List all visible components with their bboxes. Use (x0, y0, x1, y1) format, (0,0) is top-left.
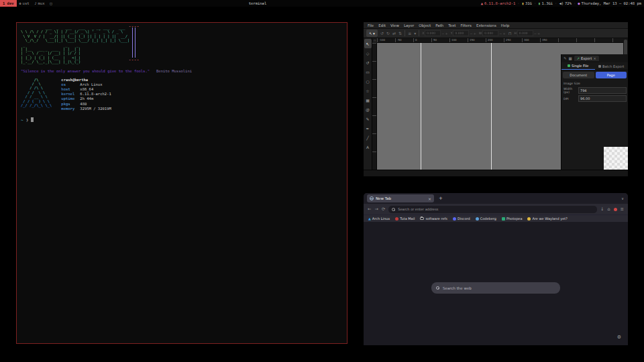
stepper-plus[interactable]: + (445, 32, 447, 36)
back-icon[interactable]: ← (368, 206, 371, 212)
reload-icon[interactable]: ⟳ (382, 206, 385, 212)
quote-author: Benito Mussolini (156, 69, 192, 73)
pen-tool-icon: ✒ (366, 126, 369, 131)
tab-new-tab[interactable]: New Tab × (367, 194, 434, 202)
bookmark-item-0[interactable]: ▲Arch Linux (368, 217, 390, 221)
stepper-minus[interactable]: − (534, 32, 537, 36)
workspace-item-2[interactable]: ♪mux (32, 0, 48, 7)
flip-vertical-icon[interactable]: ⇅ (398, 31, 402, 36)
grid-dock-icon[interactable]: ▦ (569, 56, 572, 60)
lock-ratio-icon[interactable]: ⊓ (508, 31, 512, 36)
fetch-value: 2h 44m (80, 97, 93, 101)
vertical-guide[interactable] (491, 43, 492, 170)
workspace-item-3[interactable]: □ (47, 0, 54, 7)
rectangle-tool[interactable]: ▭ (364, 67, 372, 76)
field-h[interactable]: H0.000−+ (514, 30, 540, 36)
list-all-tabs-icon[interactable]: ∨ (621, 196, 624, 200)
ruler-lock-icon[interactable]: ⊓ (372, 38, 377, 43)
inkscape-toolbar: ↖▾ ↺ ↻ ⇄ ⇅ ≡ ▾ X0.000−+Y0.000−+W0.000−+⊓… (364, 28, 628, 38)
calligraphy-tool[interactable]: ╱ (364, 133, 372, 142)
ruler-label: -50 (397, 38, 402, 42)
export-dock-tab[interactable]: ↗ Export × (574, 56, 599, 61)
extension-icon[interactable] (614, 208, 617, 211)
separator: · (555, 1, 557, 5)
node-tool[interactable]: ◇ (364, 48, 372, 58)
page-button[interactable]: Page (596, 72, 627, 78)
url-bar[interactable]: Search or enter address (388, 206, 597, 213)
separator: · (517, 1, 519, 5)
workspace-label: mux (38, 1, 45, 5)
close-icon[interactable]: × (593, 56, 596, 60)
menu-file[interactable]: File (368, 23, 374, 27)
stepper-plus[interactable]: + (502, 32, 505, 36)
menu-text[interactable]: Text (448, 23, 455, 27)
tab-single-file[interactable]: Single File (561, 62, 595, 70)
downloads-icon[interactable]: ↓ (600, 206, 604, 212)
text-tool[interactable]: A (364, 142, 372, 152)
star-tool[interactable]: ☆ (364, 86, 372, 95)
workspace-item-0[interactable]: 1 dev (0, 0, 17, 7)
stepper-minus[interactable]: − (470, 32, 472, 36)
bookmark-item-5[interactable]: Photopea (502, 217, 523, 221)
selector-mode-button[interactable]: ↖▾ (366, 29, 378, 37)
pen-tool[interactable]: ✒ (364, 123, 372, 133)
shell-prompt[interactable]: ~ ❯ (21, 117, 343, 122)
status-bar: 1 dev⚙ust♪mux□ terminal ▲6.11.8-arch2-1 … (0, 0, 644, 7)
tab-batch-export[interactable]: Batch Export (595, 62, 629, 70)
menu-edit[interactable]: Edit (378, 23, 386, 27)
menu-layer[interactable]: Layer (404, 23, 414, 27)
single-file-icon (568, 64, 570, 67)
raise-lower-icon[interactable]: ≡ (408, 31, 411, 36)
workspace-item-1[interactable]: ⚙ust (17, 0, 32, 7)
field-y[interactable]: Y0.000−+ (451, 30, 476, 36)
menu-filters[interactable]: Filters (460, 23, 472, 27)
selector-tool[interactable]: ↖ (364, 39, 372, 48)
bookmark-label: Arch Linux (372, 217, 390, 221)
menu-object[interactable]: Object (419, 23, 431, 27)
pencil-tool[interactable]: ✎ (364, 114, 372, 123)
field-w[interactable]: W0.000−+ (479, 30, 506, 36)
bookmark-item-2[interactable]: software refs (420, 217, 447, 221)
edit-dock-icon[interactable]: ✎ (564, 56, 567, 60)
vertical-guide[interactable] (421, 43, 421, 170)
flip-horizontal-icon[interactable]: ⇄ (392, 31, 396, 36)
menu-view[interactable]: View (390, 23, 399, 27)
fetch-value: 3295M / 32019M (80, 107, 111, 111)
account-icon[interactable]: ⌂ (607, 206, 610, 212)
firefox-window[interactable]: New Tab × + ∨ ← → ⟳ Search or enter addr… (364, 193, 628, 345)
new-tab-button[interactable]: + (439, 196, 443, 201)
menu-extensions[interactable]: Extensions (476, 23, 496, 27)
caret-down-icon[interactable]: ▾ (414, 31, 416, 36)
close-tab-icon[interactable]: × (428, 196, 431, 201)
width-input[interactable]: 794 (578, 87, 627, 94)
bookmark-item-6[interactable]: Are we Wayland yet? (527, 217, 567, 221)
bookmark-item-1[interactable]: Tuta Mail (395, 217, 415, 221)
gear-icon[interactable]: ⚙ (617, 335, 621, 340)
stepper-plus[interactable]: + (474, 32, 476, 36)
box-tool[interactable]: ▦ (364, 95, 372, 105)
field-x[interactable]: X0.000−+ (422, 30, 448, 36)
terminal-window[interactable]: ___ _ ___ ___ _ __ ___ ___ \ \ /\ / / / … (16, 22, 347, 344)
menu-icon[interactable]: ≡ (621, 206, 624, 212)
inkscape-window[interactable]: FileEditViewLayerObjectPathTextFiltersEx… (364, 22, 628, 176)
rotate-cw-icon[interactable]: ↻ (386, 31, 390, 36)
bookmark-item-3[interactable]: Discord (453, 217, 470, 221)
stepper-plus[interactable]: + (537, 32, 540, 36)
shape-builder-tool[interactable]: ↺ (364, 58, 372, 67)
menu-help[interactable]: Help (501, 23, 510, 27)
rotate-ccw-icon[interactable]: ↺ (380, 31, 384, 36)
forward-icon[interactable]: → (374, 206, 378, 212)
focused-window-title: terminal (249, 1, 267, 5)
bookmark-label: software refs (425, 217, 447, 221)
bookmark-item-4[interactable]: Codeberg (476, 217, 496, 221)
dpi-input[interactable]: 96.00 (578, 95, 627, 102)
inkscape-toolbox: ↖◇↺▭○☆▦@✎✒╱A (364, 38, 372, 170)
spiral-tool[interactable]: @ (364, 105, 372, 114)
stepper-minus[interactable]: − (441, 32, 444, 36)
document-button[interactable]: Document (563, 72, 594, 78)
ellipse-tool[interactable]: ○ (364, 76, 372, 86)
web-search-box[interactable]: Search the web (431, 282, 560, 294)
stepper-minus[interactable]: − (499, 32, 502, 36)
menu-path[interactable]: Path (435, 23, 443, 27)
rectangle-tool-icon: ▭ (366, 70, 370, 74)
